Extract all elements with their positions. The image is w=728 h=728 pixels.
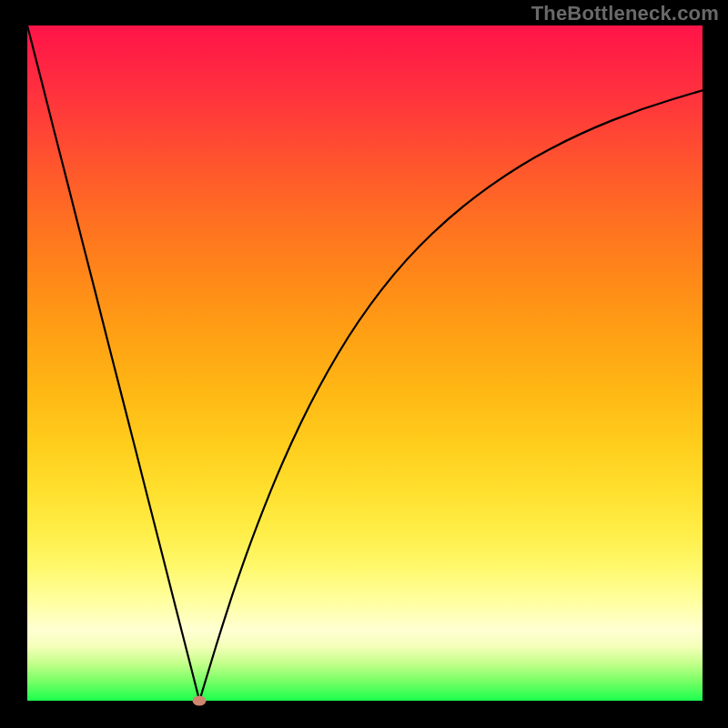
plot-area [27, 25, 703, 701]
bottleneck-curve [27, 25, 703, 701]
curve-right-segment [199, 90, 703, 701]
watermark-text: TheBottleneck.com [531, 2, 719, 25]
chart-frame: TheBottleneck.com [0, 0, 728, 728]
curve-left-segment [27, 25, 199, 701]
optimal-point-marker [193, 696, 207, 706]
plot-inner [27, 25, 703, 701]
